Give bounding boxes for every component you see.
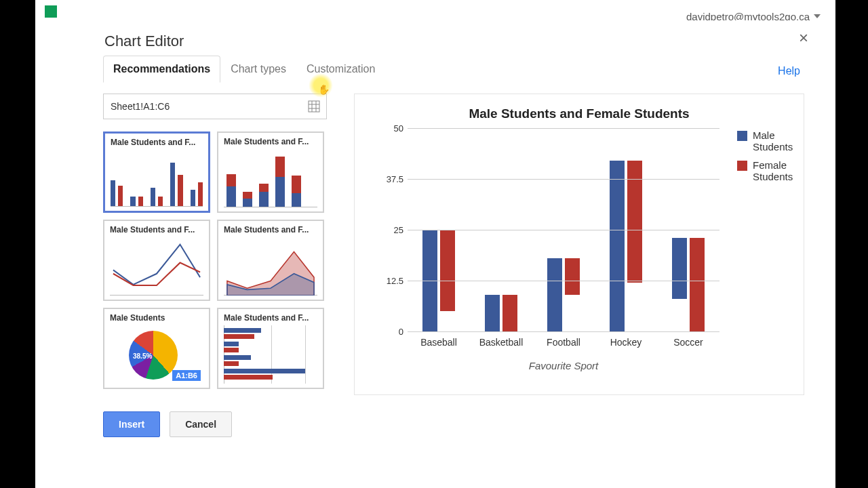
legend-swatch-female xyxy=(737,161,747,171)
chevron-down-icon xyxy=(814,14,821,18)
thumb-title: Male Students xyxy=(110,313,205,323)
legend-label: Female Students xyxy=(753,159,797,182)
chart-title: Male Students and Female Students xyxy=(367,106,791,121)
dialog-title: Chart Editor xyxy=(92,30,815,56)
x-tick: Hockey xyxy=(595,337,657,348)
data-range-field[interactable] xyxy=(103,94,327,119)
sheets-logo xyxy=(45,5,57,18)
sheets-app-shell: davidpetro@mytools2go.ca × Chart Editor … xyxy=(35,0,835,488)
x-tick: Basketball xyxy=(470,337,532,348)
bar xyxy=(610,161,625,331)
legend: Male Students Female Students xyxy=(737,129,797,189)
help-link[interactable]: Help xyxy=(778,65,800,77)
data-range-input[interactable] xyxy=(111,101,302,112)
thumb-line[interactable]: Male Students and F... xyxy=(103,220,210,301)
y-tick: 37.5 xyxy=(387,174,403,184)
bar xyxy=(440,230,455,311)
bar xyxy=(565,258,580,295)
legend-swatch-male xyxy=(737,131,747,141)
bar xyxy=(672,238,687,299)
bar xyxy=(502,295,517,331)
bar xyxy=(547,258,562,331)
chart-editor-dialog: × Chart Editor Recommendations Chart typ… xyxy=(92,20,815,478)
y-tick: 25 xyxy=(394,225,403,235)
x-tick: Football xyxy=(532,337,595,348)
legend-label: Male Students xyxy=(753,129,797,152)
bar xyxy=(690,238,705,331)
close-icon[interactable]: × xyxy=(799,28,808,47)
bar xyxy=(485,295,500,331)
chart-preview: Male Students and Female Students 012.52… xyxy=(354,94,804,395)
thumb-title: Male Students and F... xyxy=(224,137,319,146)
svg-rect-0 xyxy=(309,101,319,112)
tabs: Recommendations Chart types Customizatio… xyxy=(92,56,815,83)
thumb-stacked-bar[interactable]: Male Students and F... xyxy=(217,131,324,213)
tab-recommendations[interactable]: Recommendations xyxy=(103,56,220,83)
thumb-title: Male Students and F... xyxy=(224,313,319,323)
x-tick: Soccer xyxy=(657,337,719,348)
thumb-grouped-bar[interactable]: Male Students and F... xyxy=(103,131,210,213)
cancel-button[interactable]: Cancel xyxy=(170,411,232,437)
y-tick: 50 xyxy=(394,123,403,134)
insert-button[interactable]: Insert xyxy=(103,411,160,437)
tab-customization[interactable]: Customization xyxy=(296,56,385,83)
x-tick: Baseball xyxy=(408,337,470,348)
y-tick: 12.5 xyxy=(387,276,403,286)
thumb-title: Male Students and F... xyxy=(110,225,205,235)
thumb-horizontal-bar[interactable]: Male Students and F... xyxy=(217,308,324,389)
recommendation-grid: Male Students and F... xyxy=(103,131,327,389)
y-tick: 0 xyxy=(399,327,403,337)
thumb-pie[interactable]: Male Students 38.5% A1:B6 xyxy=(103,308,210,389)
select-range-icon[interactable] xyxy=(302,94,326,119)
pie-percent-label: 38.5% xyxy=(133,352,152,360)
thumb-title: Male Students and F... xyxy=(224,225,319,235)
thumb-title: Male Students and F... xyxy=(111,138,204,147)
tab-chart-types[interactable]: Chart types xyxy=(220,56,296,83)
range-badge: A1:B6 xyxy=(172,370,201,381)
plot-area: 012.52537.550 BaseballBasketballFootball… xyxy=(408,128,719,331)
x-axis-title: Favourite Sport xyxy=(408,360,719,371)
thumb-area[interactable]: Male Students and F... xyxy=(217,220,324,301)
